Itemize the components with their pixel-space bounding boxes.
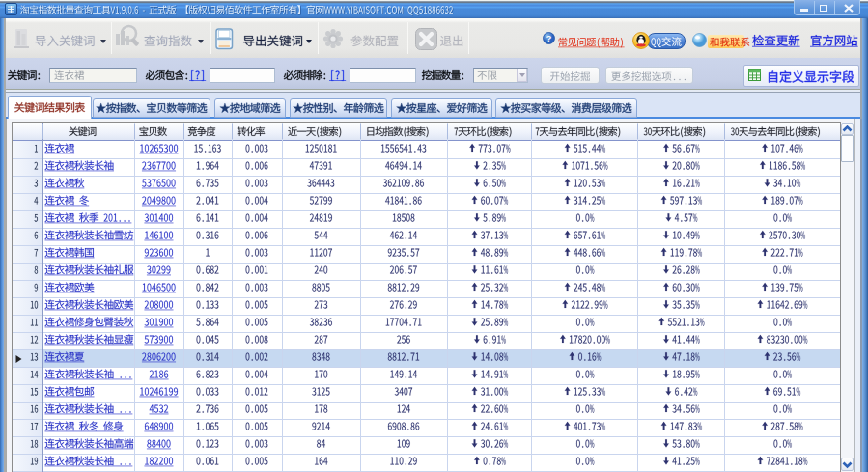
svg-text:?: ? — [546, 34, 552, 43]
